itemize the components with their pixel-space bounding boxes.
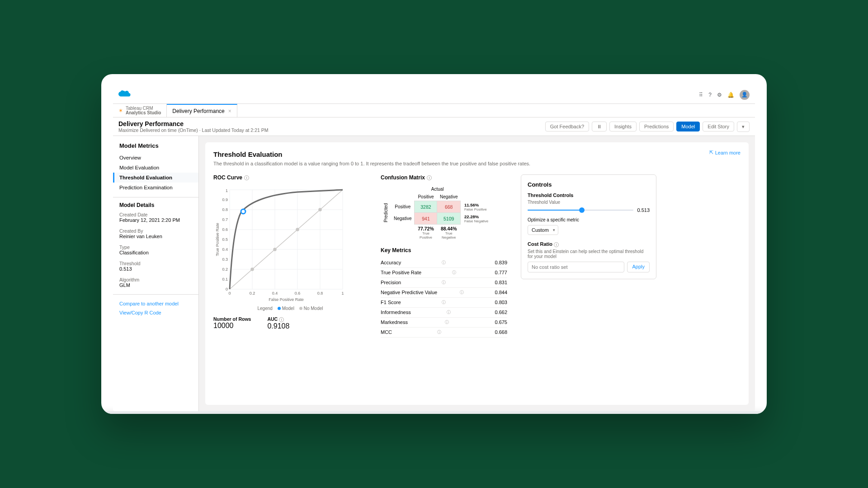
edit-story-button[interactable]: Edit Story	[703, 122, 734, 131]
roc-chart: 00.10.20.30.40.50.60.70.80.91 00.20.40.6…	[213, 185, 349, 303]
metric-row: True Positive Rateⓘ0.777	[381, 268, 507, 278]
svg-text:0.8: 0.8	[317, 291, 323, 296]
svg-point-14	[274, 248, 276, 251]
svg-text:0: 0	[228, 291, 231, 296]
svg-text:0.6: 0.6	[222, 227, 228, 232]
external-link-icon: ⇱	[709, 150, 713, 155]
section-title: Threshold Evaluation	[213, 150, 741, 158]
sidebar-item-prediction-examination[interactable]: Prediction Examination	[113, 183, 198, 192]
type-value: Classification	[113, 250, 198, 257]
page-subtitle: Maximize Delivered on time (OnTime) · La…	[118, 127, 268, 133]
sidebar-heading: Model Metrics	[119, 142, 192, 149]
roc-legend: Legend Model No Model	[213, 306, 367, 311]
page-title: Delivery Performance	[118, 120, 268, 127]
svg-text:0.9: 0.9	[222, 197, 228, 202]
help-icon[interactable]: ?	[708, 92, 712, 98]
tab-delivery-performance[interactable]: Delivery Performance ×	[167, 104, 237, 117]
metric-row: Informednessⓘ0.662	[381, 308, 507, 318]
sidebar-item-model-evaluation[interactable]: Model Evaluation	[113, 163, 198, 173]
compare-model-link[interactable]: Compare to another model	[113, 299, 198, 308]
got-feedback-button[interactable]: Got Feedback?	[545, 122, 589, 131]
cost-ratio-label: Cost Ratio	[528, 241, 552, 247]
svg-text:0.8: 0.8	[222, 207, 228, 212]
svg-text:0.2: 0.2	[222, 267, 228, 272]
svg-text:0.5: 0.5	[222, 237, 228, 242]
svg-text:0.6: 0.6	[295, 291, 301, 296]
learn-more-link[interactable]: ⇱ Learn more	[709, 150, 741, 155]
svg-text:1: 1	[341, 291, 344, 296]
optimize-label: Optimize a specific metric	[528, 217, 650, 222]
predictions-button[interactable]: Predictions	[639, 122, 674, 131]
roc-xlabel: False Positive Rate	[269, 297, 304, 302]
model-details-heading: Model Details	[119, 202, 192, 208]
svg-text:0: 0	[226, 287, 228, 291]
model-button[interactable]: Model	[676, 122, 700, 131]
app-name-line1: Tableau CRM	[126, 106, 161, 111]
sidebar-item-overview[interactable]: Overview	[113, 153, 198, 163]
controls-panel: Controls Threshold Controls Threshold Va…	[521, 174, 656, 279]
user-avatar[interactable]: 👤	[740, 90, 750, 100]
salesforce-logo-icon	[118, 89, 131, 100]
threshold-label: Threshold	[113, 261, 198, 266]
svg-text:0.1: 0.1	[222, 277, 228, 282]
svg-point-17	[241, 209, 245, 214]
apply-button[interactable]: Apply	[627, 262, 650, 272]
cost-ratio-input[interactable]	[528, 262, 624, 272]
info-icon[interactable]: i	[244, 175, 249, 180]
app-name-line2: Analytics Studio	[126, 111, 161, 115]
app-home-tab[interactable]: ✶ Tableau CRM Analytics Studio	[113, 104, 167, 117]
metric-row: Negative Predictive Valueⓘ0.844	[381, 288, 507, 298]
metric-row: Accuracyⓘ0.839	[381, 258, 507, 268]
app-launcher-icon[interactable]: ⠿	[699, 92, 703, 98]
svg-point-16	[319, 208, 321, 211]
metric-row: F1 Scoreⓘ0.803	[381, 298, 507, 308]
analytics-icon: ✶	[118, 108, 123, 114]
created-date-value: February 12, 2021 2:20 PM	[113, 217, 198, 225]
metric-row: Precisionⓘ0.831	[381, 278, 507, 288]
confusion-matrix: Actual PositiveNegative Predicted Positi…	[381, 185, 507, 241]
roc-title: ROC Curve	[213, 174, 242, 181]
threshold-value-label: Threshold Value	[528, 200, 650, 205]
tab-label: Delivery Performance	[172, 108, 224, 114]
created-by-label: Created By	[113, 228, 198, 234]
created-date-label: Created Date	[113, 212, 198, 217]
roc-ylabel: True Positive Rate	[215, 223, 220, 256]
cost-ratio-desc: Set this and Einstein can help select th…	[528, 249, 650, 259]
more-actions-button[interactable]: ▾	[737, 122, 750, 132]
svg-point-15	[296, 228, 299, 231]
info-icon[interactable]: i	[427, 175, 432, 180]
optimize-metric-select[interactable]: Custom	[528, 225, 558, 235]
created-by-value: Reinier van Leuken	[113, 234, 198, 241]
sidebar-item-threshold-evaluation[interactable]: Threshold Evaluation	[113, 173, 198, 183]
learn-more-label: Learn more	[715, 150, 741, 155]
notifications-icon[interactable]: 🔔	[727, 92, 734, 98]
svg-point-13	[251, 268, 254, 271]
pause-button[interactable]: ⏸	[592, 122, 607, 131]
settings-icon[interactable]: ⚙	[717, 92, 722, 98]
info-icon[interactable]: i	[554, 242, 559, 247]
threshold-value: 0.513	[113, 266, 198, 273]
cm-title: Confusion Matrix	[381, 174, 425, 181]
svg-text:1: 1	[226, 188, 228, 193]
type-label: Type	[113, 244, 198, 250]
info-icon[interactable]: i	[279, 317, 284, 322]
controls-title: Controls	[528, 181, 650, 188]
view-r-code-link[interactable]: View/Copy R Code	[113, 308, 198, 317]
threshold-slider[interactable]	[528, 210, 633, 211]
metric-row: MCCⓘ0.668	[381, 328, 507, 338]
key-metrics-title: Key Metrics	[381, 247, 507, 253]
insights-button[interactable]: Insights	[609, 122, 637, 131]
svg-text:0.4: 0.4	[222, 247, 228, 252]
rows-label: Number of Rows	[213, 316, 251, 322]
svg-line-12	[230, 190, 343, 289]
svg-text:0.2: 0.2	[250, 291, 255, 296]
section-desc: The threshold in a classification model …	[213, 161, 741, 166]
threshold-slider-value: 0.513	[637, 207, 650, 213]
threshold-controls-heading: Threshold Controls	[528, 192, 650, 198]
svg-text:0.4: 0.4	[272, 291, 278, 296]
rows-value: 10000	[213, 322, 251, 330]
svg-text:0.7: 0.7	[222, 217, 228, 222]
close-tab-icon[interactable]: ×	[228, 108, 231, 114]
algorithm-value: GLM	[113, 282, 198, 290]
metric-row: Markednessⓘ0.675	[381, 318, 507, 328]
